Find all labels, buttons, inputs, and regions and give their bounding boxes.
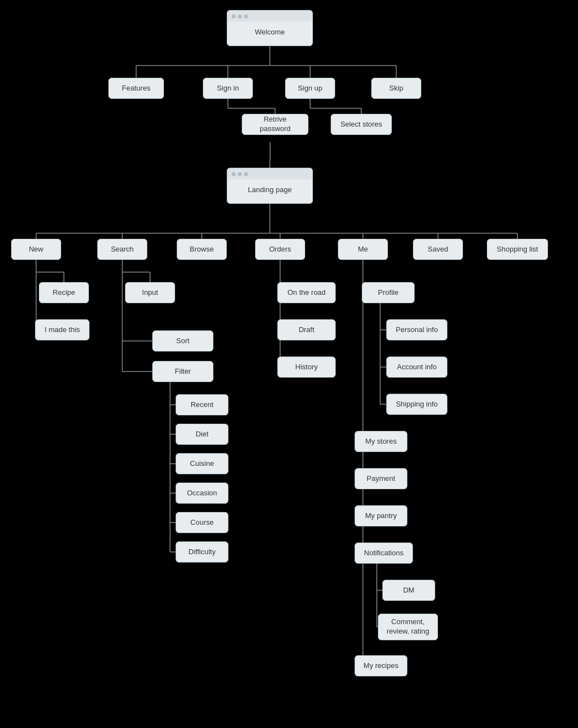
dm-node: DM: [382, 580, 435, 601]
draft-node: Draft: [277, 319, 336, 340]
input-node: Input: [125, 282, 175, 303]
on-road-node: On the road: [277, 282, 336, 303]
my-stores-node: My stores: [355, 431, 407, 452]
profile-node: Profile: [362, 282, 415, 303]
welcome-label: Welcome: [255, 28, 285, 37]
diet-node: Diet: [176, 424, 228, 445]
signup-node: Sign up: [285, 78, 335, 99]
comment-review-node: Comment, review, rating: [378, 614, 438, 640]
me-node: Me: [338, 239, 388, 260]
recent-node: Recent: [176, 394, 228, 415]
notifications-node: Notifications: [355, 543, 413, 564]
filter-node: Filter: [152, 361, 213, 382]
recipe-node: Recipe: [39, 282, 89, 303]
history-node: History: [277, 357, 336, 378]
select-stores-node: Select stores: [331, 114, 392, 135]
signin-node: Sign in: [203, 78, 253, 99]
skip-node: Skip: [371, 78, 421, 99]
cuisine-node: Cuisine: [176, 453, 228, 474]
landing-label: Landing page: [248, 185, 292, 195]
browse-node: Browse: [177, 239, 227, 260]
landing-node: Landing page: [227, 168, 313, 204]
my-pantry-node: My pantry: [355, 505, 407, 526]
my-recipes-node: My recipes: [355, 655, 407, 676]
account-info-node: Account info: [386, 357, 447, 378]
shipping-info-node: Shipping info: [386, 394, 447, 415]
occasion-node: Occasion: [176, 483, 228, 504]
orders-node: Orders: [255, 239, 305, 260]
retrieve-node: Retrive password: [242, 114, 308, 135]
personal-info-node: Personal info: [386, 319, 447, 340]
search-node: Search: [97, 239, 147, 260]
course-node: Course: [176, 512, 228, 533]
new-node: New: [11, 239, 61, 260]
saved-node: Saved: [413, 239, 463, 260]
shopping-list-node: Shopping list: [487, 239, 548, 260]
difficulty-node: Difficulty: [176, 541, 228, 563]
sort-node: Sort: [152, 330, 213, 352]
payment-node: Payment: [355, 468, 407, 489]
features-node: Features: [108, 78, 164, 99]
i-made-this-node: I made this: [35, 319, 89, 340]
welcome-node: Welcome: [227, 10, 313, 46]
